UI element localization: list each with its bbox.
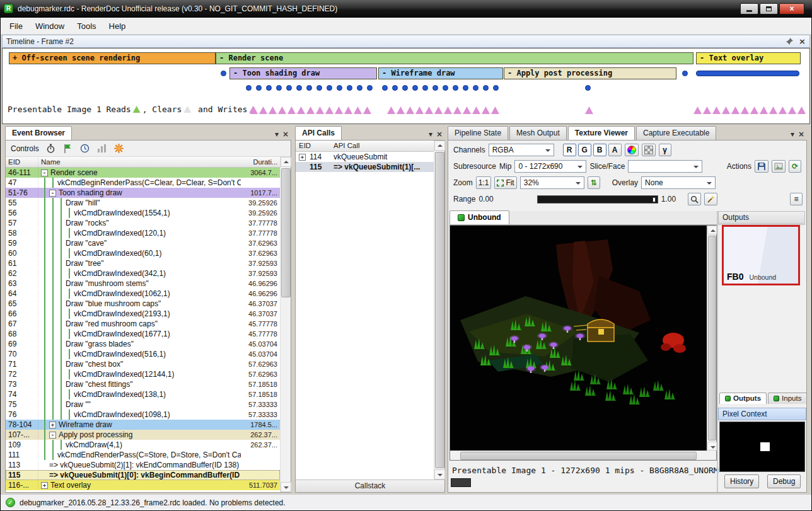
flip-y-button[interactable]: ⇅ [588, 176, 600, 189]
timeline-header[interactable]: Timeline - Frame #2 × [2, 35, 810, 48]
event-row[interactable]: 59Draw "cave"37.62963 [6, 238, 280, 248]
timeline-write-marker[interactable] [482, 106, 490, 114]
mip-select[interactable]: 0 - 1272x690 [514, 160, 586, 173]
timeline-event-dot[interactable] [296, 85, 302, 91]
timeline-write-marker[interactable] [693, 106, 702, 114]
timeline-write-marker[interactable] [779, 106, 787, 114]
panel-close-icon[interactable]: × [282, 130, 289, 138]
scroll-up-icon[interactable] [434, 141, 445, 151]
maximize-button[interactable] [760, 3, 778, 14]
timeline-section-bar[interactable]: - Wireframe draw [378, 67, 503, 79]
timeline-event-dot[interactable] [443, 85, 448, 91]
event-row[interactable]: 78-104+Wireframe draw1784.5... [6, 420, 280, 430]
clock-icon[interactable] [79, 143, 90, 154]
timeline-write-marker[interactable] [463, 106, 471, 114]
timeline-event-dot[interactable] [483, 85, 489, 91]
timeline-write-marker[interactable] [406, 106, 414, 114]
timeline-write-marker[interactable] [425, 106, 433, 114]
tab-texture-viewer[interactable]: Texture Viewer [568, 126, 635, 140]
scroll-thumb[interactable] [708, 236, 716, 440]
tab-mesh-output[interactable]: Mesh Output [509, 126, 567, 140]
timeline-write-marker[interactable] [354, 106, 362, 114]
timeline-write-marker[interactable] [259, 106, 267, 114]
event-browser-scrollbar[interactable] [280, 157, 291, 492]
timeline-write-marker[interactable] [397, 106, 405, 114]
timeline-write-marker[interactable] [769, 106, 777, 114]
event-row[interactable]: 46-111-Render scene3064.7... [6, 168, 280, 178]
menu-help[interactable]: Help [103, 19, 132, 33]
timeline-event-dot[interactable] [493, 85, 499, 91]
tree-expander-icon[interactable]: - [41, 169, 48, 176]
event-row[interactable]: 55Draw "hill"39.25926 [6, 198, 280, 208]
timeline-write-marker[interactable] [287, 106, 296, 114]
timeline-event-dot[interactable] [682, 71, 688, 76]
timeline-event-dot[interactable] [347, 85, 352, 91]
auto-fit-range-button[interactable] [704, 193, 717, 205]
event-row[interactable]: 51-76-Toon shading draw1017.7... [6, 188, 280, 198]
timeline-write-marker[interactable] [316, 106, 324, 114]
timeline-write-marker[interactable] [297, 106, 305, 114]
slice-face-select[interactable] [628, 160, 702, 173]
pin-icon[interactable] [786, 37, 794, 45]
timeline-write-marker[interactable] [453, 106, 461, 114]
scroll-up-icon[interactable] [707, 226, 717, 234]
event-row[interactable]: 115=> vkQueueSubmit(1)[0]: vkBeginComman… [6, 470, 280, 480]
column-eid[interactable]: EID [6, 157, 38, 167]
timeline-write-marker[interactable] [491, 106, 499, 114]
tree-expander-icon[interactable]: - [49, 190, 56, 197]
column-eid[interactable]: EID [296, 141, 334, 151]
texture-horizontal-scrollbar[interactable] [450, 451, 707, 460]
event-row[interactable]: 58vkCmdDrawIndexed(120,1)37.77778 [6, 228, 280, 238]
filter-star-icon[interactable] [113, 143, 124, 154]
tab-inputs[interactable]: Inputs [768, 393, 807, 404]
timeline-event-dot[interactable] [412, 85, 418, 91]
tab-outputs[interactable]: Outputs [719, 393, 767, 404]
timeline-event-dot[interactable] [357, 85, 362, 91]
scroll-thumb[interactable] [281, 168, 291, 297]
timeline-event-dot[interactable] [256, 85, 262, 91]
panel-menu-icon[interactable]: ▾ [791, 130, 794, 138]
tab-capture-executable[interactable]: Capture Executable [636, 126, 716, 140]
checkerboard-button[interactable] [642, 144, 656, 156]
event-row[interactable]: 61Draw "tree"37.92593 [6, 258, 280, 268]
event-row[interactable]: 107-...-Apply post processing262.37... [6, 430, 280, 440]
timeline-write-marker[interactable] [722, 106, 730, 114]
callstack-section-header[interactable]: Callstack [296, 479, 444, 492]
timeline-event-dot[interactable] [392, 85, 398, 91]
panel-menu-icon[interactable]: ▾ [429, 130, 432, 138]
timeline-write-marker[interactable] [731, 106, 740, 114]
event-row[interactable]: 62vkCmdDrawIndexed(342,1)37.92593 [6, 268, 280, 278]
event-row[interactable]: 47vkCmdBeginRenderPass(C=Clear, D=Clear,… [6, 178, 280, 188]
pixel-context-view[interactable] [719, 422, 805, 472]
scroll-down-icon[interactable] [281, 482, 291, 492]
timeline-write-marker[interactable] [344, 106, 352, 114]
timeline-event-dot[interactable] [585, 85, 591, 91]
zoom-1-1-button[interactable]: 1:1 [476, 176, 492, 189]
timeline-write-marker[interactable] [741, 106, 749, 114]
tree-expander-icon[interactable]: - [49, 432, 56, 439]
timeline-write-marker[interactable] [750, 106, 758, 114]
tab-api-calls[interactable]: API Calls [295, 126, 342, 140]
range-slider-handle[interactable] [652, 197, 656, 202]
texture-display-area[interactable] [450, 225, 717, 461]
timeline-write-marker[interactable] [798, 106, 806, 114]
range-slider[interactable] [537, 195, 658, 204]
timeline-event-dot[interactable] [402, 85, 408, 91]
event-row[interactable]: 65Draw "blue mushroom caps"46.37037 [6, 299, 280, 309]
channel-r-button[interactable]: R [563, 144, 576, 156]
column-api-call[interactable]: API Call [334, 141, 360, 151]
event-row[interactable]: 109vkCmdDraw(4,1)262.37... [6, 440, 280, 450]
menu-window[interactable]: Window [29, 19, 71, 33]
api-calls-column-header[interactable]: EID API Call [296, 141, 434, 152]
event-row[interactable]: 64vkCmdDrawIndexed(1062,1)46.96296 [6, 289, 280, 299]
event-row[interactable]: 74vkCmdDrawIndexed(138,1)57.18518 [6, 389, 280, 399]
timeline-event-dot[interactable] [316, 85, 322, 91]
timeline-write-marker[interactable] [760, 106, 768, 114]
event-row[interactable]: 63Draw "mushroom stems"46.96296 [6, 278, 280, 289]
panel-close-icon[interactable]: × [798, 130, 804, 138]
event-row[interactable]: 68vkCmdDrawIndexed(1677,1)45.77778 [6, 329, 280, 339]
texture-tab-unbound[interactable]: Unbound [450, 210, 509, 224]
event-row[interactable]: 111vkCmdEndRenderPass(C=Store, D=Store, … [6, 450, 280, 460]
timeline-event-dot[interactable] [382, 85, 388, 91]
timeline-event-dot[interactable] [453, 85, 458, 91]
